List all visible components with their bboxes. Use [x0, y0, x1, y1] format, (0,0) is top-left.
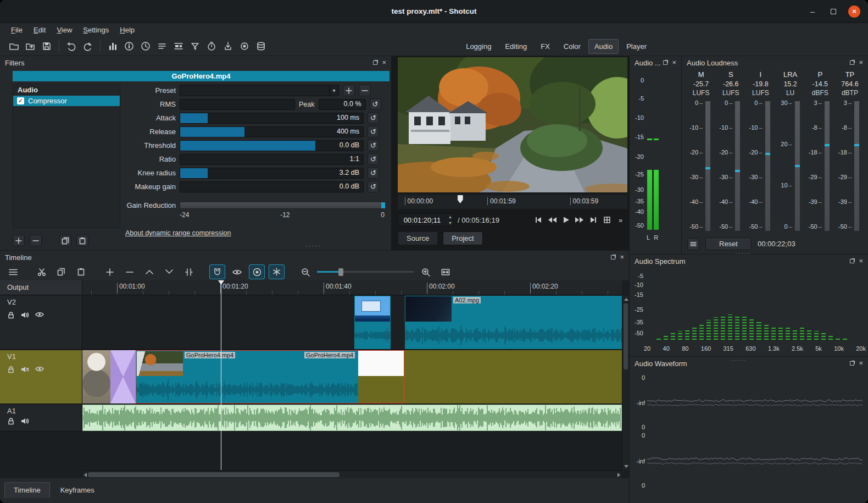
layout-color[interactable]: Color [558, 39, 587, 54]
scrollbar-thumb[interactable] [88, 472, 340, 477]
close-panel-icon[interactable]: × [859, 361, 863, 366]
open-file-button[interactable] [5, 38, 22, 54]
close-panel-icon[interactable]: × [382, 60, 386, 65]
about-compression-link[interactable]: About dynamic range compression [125, 229, 231, 237]
spin-up-icon[interactable]: ▲ [448, 215, 452, 219]
scroll-left-arrow[interactable] [84, 473, 87, 477]
tab-keyframes[interactable]: Keyframes [51, 482, 104, 498]
layers-button[interactable] [253, 38, 269, 54]
scrub-while-dragging-toggle[interactable] [229, 264, 245, 279]
overwrite-button[interactable] [161, 264, 177, 279]
save-button[interactable] [38, 38, 55, 54]
zoom-fit-button[interactable] [437, 264, 453, 279]
layout-fx[interactable]: FX [535, 39, 556, 54]
clip-gopro-selected[interactable]: GoProHero4.mp4 GoProHero4.mp4 [136, 350, 404, 403]
tab-project[interactable]: Project [443, 231, 482, 245]
lock-icon[interactable] [7, 366, 15, 373]
recent-button[interactable] [137, 38, 154, 54]
track-v2[interactable]: A02.mpg [82, 296, 622, 350]
tab-timeline[interactable]: Timeline [4, 482, 50, 498]
filter-enabled-checkbox[interactable]: ✓ [17, 97, 24, 104]
ripple-all-tracks-toggle[interactable] [269, 264, 285, 279]
copy-filters-button[interactable] [59, 235, 71, 246]
paste-filters-button[interactable] [76, 235, 88, 246]
attack-slider[interactable]: 100 ms [180, 113, 364, 124]
clip-a02[interactable]: A02.mpg [405, 296, 622, 349]
rewind-button[interactable] [545, 213, 559, 226]
menu-view[interactable]: View [51, 24, 77, 36]
transition-clip[interactable] [110, 350, 136, 403]
save-preset-button[interactable] [343, 85, 355, 96]
open-other-button[interactable] [22, 38, 38, 54]
knee-radius-slider[interactable]: 3.2 dB [180, 168, 364, 179]
reset-knee-button[interactable]: ↺ [368, 167, 379, 179]
scroll-down-arrow[interactable] [624, 465, 628, 468]
eye-icon[interactable] [35, 366, 44, 373]
float-panel-icon[interactable] [850, 361, 854, 366]
menu-edit[interactable]: Edit [28, 24, 51, 36]
reset-rms-button[interactable]: ↺ [370, 98, 381, 110]
makeup-gain-slider[interactable]: 0.0 dB [180, 181, 364, 192]
close-button[interactable]: × [848, 5, 860, 18]
menu-file[interactable]: File [5, 24, 28, 36]
float-panel-icon[interactable] [611, 255, 615, 259]
close-panel-icon[interactable]: × [859, 60, 863, 65]
timeline-view-button[interactable] [170, 38, 187, 54]
lock-icon[interactable] [7, 417, 15, 425]
delete-preset-button[interactable] [359, 85, 371, 96]
properties-button[interactable] [121, 38, 137, 54]
float-panel-icon[interactable] [373, 60, 377, 65]
rms-slider[interactable] [180, 99, 295, 110]
playlist-button[interactable] [154, 38, 170, 54]
player-menu-button[interactable]: » [614, 213, 627, 226]
peak-value[interactable]: 0.0 % [319, 99, 366, 110]
snap-toggle[interactable] [209, 264, 225, 279]
fast-forward-button[interactable] [572, 213, 586, 226]
minimize-button[interactable]: – [806, 5, 819, 18]
close-panel-icon[interactable]: × [620, 255, 624, 260]
reset-makeup-button[interactable]: ↺ [368, 181, 379, 192]
skip-previous-button[interactable] [531, 213, 545, 226]
clip-v1-short[interactable] [82, 350, 110, 403]
grid-button[interactable] [600, 213, 614, 226]
float-panel-icon[interactable] [850, 259, 854, 263]
preset-combobox[interactable]: ▾ [180, 85, 339, 96]
eye-icon[interactable] [35, 311, 44, 319]
filter-list-item[interactable]: ✓ Compressor [13, 96, 120, 106]
splitter-handle[interactable]: ····· [735, 250, 750, 257]
zoom-slider-handle[interactable] [338, 268, 343, 276]
skip-next-button[interactable] [586, 213, 600, 226]
peak-meter-button[interactable] [104, 38, 121, 54]
track-v1[interactable]: GoProHero4.mp4 GoProHero4.mp4 [82, 350, 622, 404]
threshold-slider[interactable]: 0.0 dB [180, 140, 364, 151]
ripple-delete-button[interactable] [121, 264, 137, 279]
append-button[interactable] [102, 264, 118, 279]
vertical-scrollbar[interactable] [622, 296, 629, 470]
loudness-menu-button[interactable] [687, 238, 699, 250]
tab-source[interactable]: Source [398, 231, 438, 245]
ratio-slider[interactable]: 1:1 [180, 154, 364, 165]
filters-button[interactable] [187, 38, 203, 54]
zoom-out-button[interactable] [297, 264, 313, 279]
timeline-menu-button[interactable] [5, 264, 21, 279]
add-filter-button[interactable] [13, 235, 25, 246]
maximize-button[interactable] [827, 5, 839, 18]
paste-button[interactable] [73, 264, 89, 279]
menu-help[interactable]: Help [114, 24, 140, 36]
track-head-output[interactable]: Output [0, 280, 82, 295]
copy-button[interactable] [53, 264, 69, 279]
lock-icon[interactable] [7, 311, 15, 319]
track-a1[interactable] [82, 405, 622, 432]
speaker-muted-icon[interactable] [21, 366, 29, 373]
player-scrub-bar[interactable]: 00:00:00 00:01:59 00:03:59 [398, 195, 627, 209]
track-head-a1[interactable]: A1 [0, 405, 82, 432]
horizontal-scrollbar[interactable] [82, 471, 622, 478]
clip-a1-audio[interactable] [82, 405, 622, 431]
layout-editing[interactable]: Editing [499, 39, 533, 54]
reset-threshold-button[interactable]: ↺ [368, 140, 379, 151]
reset-release-button[interactable]: ↺ [368, 126, 379, 137]
close-panel-icon[interactable]: × [859, 258, 863, 264]
layout-audio[interactable]: Audio [588, 39, 619, 54]
track-head-v1[interactable]: V1 [0, 350, 82, 404]
speaker-icon[interactable] [21, 311, 29, 319]
